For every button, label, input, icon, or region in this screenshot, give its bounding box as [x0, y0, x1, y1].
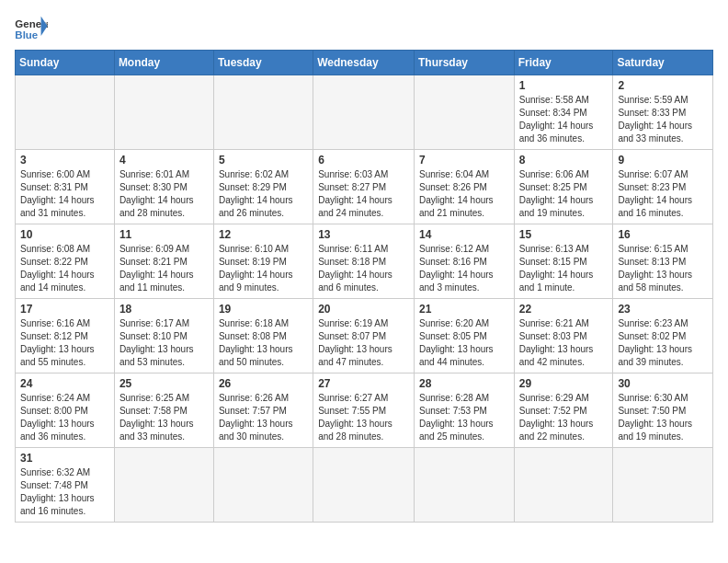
calendar-cell: 18Sunrise: 6:17 AM Sunset: 8:10 PM Dayli…: [114, 299, 213, 373]
calendar-cell: [114, 448, 213, 523]
calendar-cell: [414, 75, 514, 150]
calendar-header: SundayMondayTuesdayWednesdayThursdayFrid…: [16, 51, 713, 75]
day-info: Sunrise: 5:58 AM Sunset: 8:34 PM Dayligh…: [519, 94, 609, 145]
calendar-cell: 28Sunrise: 6:28 AM Sunset: 7:53 PM Dayli…: [414, 373, 514, 448]
day-info: Sunrise: 6:07 AM Sunset: 8:23 PM Dayligh…: [618, 168, 708, 220]
logo-icon: General Blue: [15, 15, 48, 42]
calendar-cell: 22Sunrise: 6:21 AM Sunset: 8:03 PM Dayli…: [514, 299, 613, 373]
day-info: Sunrise: 6:08 AM Sunset: 8:22 PM Dayligh…: [20, 243, 109, 294]
calendar-cell: 9Sunrise: 6:07 AM Sunset: 8:23 PM Daylig…: [613, 150, 713, 224]
day-info: Sunrise: 6:02 AM Sunset: 8:29 PM Dayligh…: [219, 168, 308, 220]
day-info: Sunrise: 6:10 AM Sunset: 8:19 PM Dayligh…: [219, 243, 308, 294]
day-number: 29: [519, 377, 609, 390]
day-info: Sunrise: 6:19 AM Sunset: 8:07 PM Dayligh…: [318, 317, 409, 369]
day-info: Sunrise: 6:28 AM Sunset: 7:53 PM Dayligh…: [419, 392, 509, 443]
calendar-cell: 20Sunrise: 6:19 AM Sunset: 8:07 PM Dayli…: [313, 299, 415, 373]
calendar-cell: [613, 448, 713, 523]
day-info: Sunrise: 6:00 AM Sunset: 8:31 PM Dayligh…: [20, 168, 109, 220]
calendar-cell: 19Sunrise: 6:18 AM Sunset: 8:08 PM Dayli…: [213, 299, 313, 373]
day-number: 26: [219, 377, 308, 390]
calendar-cell: 31Sunrise: 6:32 AM Sunset: 7:48 PM Dayli…: [16, 448, 115, 523]
calendar-cell: 23Sunrise: 6:23 AM Sunset: 8:02 PM Dayli…: [613, 299, 713, 373]
calendar-cell: 17Sunrise: 6:16 AM Sunset: 8:12 PM Dayli…: [16, 299, 115, 373]
calendar-cell: [414, 448, 514, 523]
day-info: Sunrise: 6:04 AM Sunset: 8:26 PM Dayligh…: [419, 168, 509, 220]
day-info: Sunrise: 6:15 AM Sunset: 8:13 PM Dayligh…: [618, 243, 708, 294]
day-info: Sunrise: 6:29 AM Sunset: 7:52 PM Dayligh…: [519, 392, 609, 443]
day-info: Sunrise: 6:09 AM Sunset: 8:21 PM Dayligh…: [119, 243, 209, 294]
day-number: 19: [219, 303, 308, 316]
day-info: Sunrise: 6:20 AM Sunset: 8:05 PM Dayligh…: [419, 317, 509, 369]
day-number: 24: [20, 377, 109, 390]
weekday-header-saturday: Saturday: [613, 51, 713, 75]
calendar-cell: [313, 75, 415, 150]
calendar-cell: 8Sunrise: 6:06 AM Sunset: 8:25 PM Daylig…: [514, 150, 613, 224]
day-info: Sunrise: 6:23 AM Sunset: 8:02 PM Dayligh…: [618, 317, 708, 369]
calendar-cell: 3Sunrise: 6:00 AM Sunset: 8:31 PM Daylig…: [16, 150, 115, 224]
calendar-cell: 11Sunrise: 6:09 AM Sunset: 8:21 PM Dayli…: [114, 224, 213, 299]
calendar-cell: 10Sunrise: 6:08 AM Sunset: 8:22 PM Dayli…: [16, 224, 115, 299]
calendar-cell: 15Sunrise: 6:13 AM Sunset: 8:15 PM Dayli…: [514, 224, 613, 299]
logo: General Blue: [15, 15, 48, 42]
weekday-header-thursday: Thursday: [414, 51, 514, 75]
calendar-cell: 5Sunrise: 6:02 AM Sunset: 8:29 PM Daylig…: [213, 150, 313, 224]
weekday-header-monday: Monday: [114, 51, 213, 75]
calendar-cell: [213, 448, 313, 523]
day-info: Sunrise: 6:30 AM Sunset: 7:50 PM Dayligh…: [618, 392, 708, 443]
calendar-cell: [213, 75, 313, 150]
calendar-cell: [514, 448, 613, 523]
day-number: 3: [20, 154, 109, 167]
day-number: 15: [519, 228, 609, 241]
day-number: 27: [318, 377, 409, 390]
day-info: Sunrise: 6:06 AM Sunset: 8:25 PM Dayligh…: [519, 168, 609, 220]
day-number: 13: [318, 228, 409, 241]
day-number: 22: [519, 303, 609, 316]
calendar-cell: 7Sunrise: 6:04 AM Sunset: 8:26 PM Daylig…: [414, 150, 514, 224]
calendar-cell: 26Sunrise: 6:26 AM Sunset: 7:57 PM Dayli…: [213, 373, 313, 448]
weekday-header-tuesday: Tuesday: [213, 51, 313, 75]
calendar-table: SundayMondayTuesdayWednesdayThursdayFrid…: [15, 50, 713, 523]
day-number: 10: [20, 228, 109, 241]
calendar-cell: 25Sunrise: 6:25 AM Sunset: 7:58 PM Dayli…: [114, 373, 213, 448]
day-number: 17: [20, 303, 109, 316]
day-info: Sunrise: 6:18 AM Sunset: 8:08 PM Dayligh…: [219, 317, 308, 369]
weekday-header-sunday: Sunday: [16, 51, 115, 75]
day-info: Sunrise: 5:59 AM Sunset: 8:33 PM Dayligh…: [618, 94, 708, 145]
day-number: 16: [618, 228, 708, 241]
calendar-cell: 27Sunrise: 6:27 AM Sunset: 7:55 PM Dayli…: [313, 373, 415, 448]
day-number: 25: [119, 377, 209, 390]
day-info: Sunrise: 6:32 AM Sunset: 7:48 PM Dayligh…: [20, 466, 109, 518]
calendar-cell: 29Sunrise: 6:29 AM Sunset: 7:52 PM Dayli…: [514, 373, 613, 448]
calendar-cell: 4Sunrise: 6:01 AM Sunset: 8:30 PM Daylig…: [114, 150, 213, 224]
day-number: 9: [618, 154, 708, 167]
day-number: 8: [519, 154, 609, 167]
calendar-cell: [114, 75, 213, 150]
calendar-cell: 12Sunrise: 6:10 AM Sunset: 8:19 PM Dayli…: [213, 224, 313, 299]
day-number: 11: [119, 228, 209, 241]
page-header: General Blue: [15, 15, 713, 42]
day-number: 6: [318, 154, 409, 167]
calendar-cell: 24Sunrise: 6:24 AM Sunset: 8:00 PM Dayli…: [16, 373, 115, 448]
weekday-header-friday: Friday: [514, 51, 613, 75]
day-number: 14: [419, 228, 509, 241]
calendar-cell: [313, 448, 415, 523]
day-info: Sunrise: 6:27 AM Sunset: 7:55 PM Dayligh…: [318, 392, 409, 443]
day-number: 21: [419, 303, 509, 316]
calendar-cell: 30Sunrise: 6:30 AM Sunset: 7:50 PM Dayli…: [613, 373, 713, 448]
day-number: 23: [618, 303, 708, 316]
day-info: Sunrise: 6:03 AM Sunset: 8:27 PM Dayligh…: [318, 168, 409, 220]
day-info: Sunrise: 6:21 AM Sunset: 8:03 PM Dayligh…: [519, 317, 609, 369]
calendar-cell: [16, 75, 115, 150]
calendar-cell: 2Sunrise: 5:59 AM Sunset: 8:33 PM Daylig…: [613, 75, 713, 150]
day-info: Sunrise: 6:11 AM Sunset: 8:18 PM Dayligh…: [318, 243, 409, 294]
calendar-cell: 13Sunrise: 6:11 AM Sunset: 8:18 PM Dayli…: [313, 224, 415, 299]
day-info: Sunrise: 6:26 AM Sunset: 7:57 PM Dayligh…: [219, 392, 308, 443]
calendar-cell: 6Sunrise: 6:03 AM Sunset: 8:27 PM Daylig…: [313, 150, 415, 224]
day-info: Sunrise: 6:17 AM Sunset: 8:10 PM Dayligh…: [119, 317, 209, 369]
day-number: 20: [318, 303, 409, 316]
day-number: 7: [419, 154, 509, 167]
calendar-cell: 16Sunrise: 6:15 AM Sunset: 8:13 PM Dayli…: [613, 224, 713, 299]
day-number: 1: [519, 79, 609, 92]
calendar-cell: 1Sunrise: 5:58 AM Sunset: 8:34 PM Daylig…: [514, 75, 613, 150]
calendar-cell: 14Sunrise: 6:12 AM Sunset: 8:16 PM Dayli…: [414, 224, 514, 299]
